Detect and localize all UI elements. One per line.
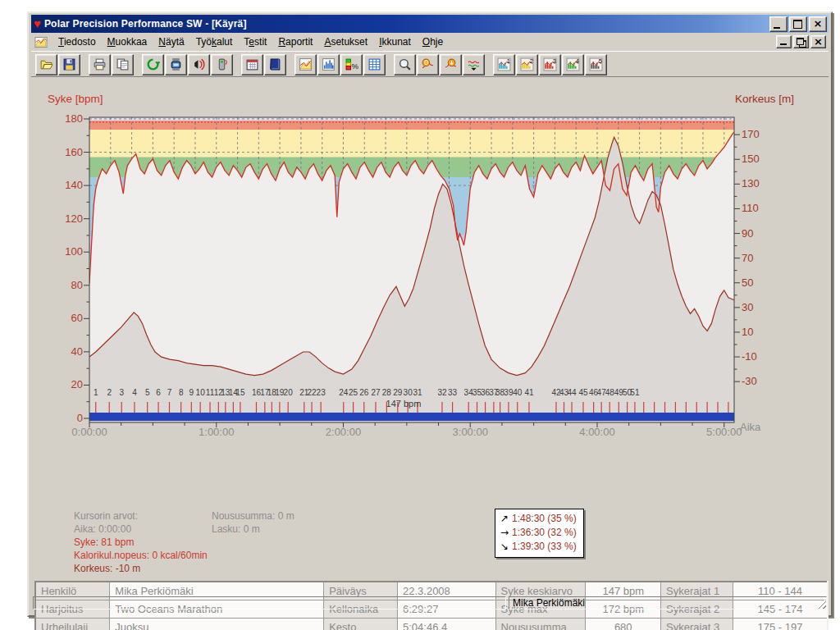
lap-number: 32 bbox=[437, 388, 447, 397]
x-tick-label: 0:00:00 bbox=[71, 426, 107, 438]
lap-number: 6 bbox=[156, 388, 161, 397]
selection-bar[interactable] bbox=[89, 413, 734, 421]
diary-button[interactable] bbox=[264, 54, 286, 75]
calendar-button[interactable] bbox=[241, 54, 263, 75]
left-tick-label: 160 bbox=[65, 146, 83, 158]
lap-number: 15 bbox=[235, 388, 245, 397]
lap-number: 28 bbox=[382, 388, 392, 397]
cursor-info-line: Kalorikul.nopeus: 0 kcal/60min bbox=[74, 549, 208, 562]
x-tick-label: 2:00:00 bbox=[326, 426, 361, 438]
selection-info-button[interactable] bbox=[440, 54, 462, 75]
cursor-info-line: Lasku: 0 m bbox=[212, 523, 294, 536]
left-tick-label: 180 bbox=[65, 112, 83, 125]
menu-muokkaa[interactable]: Muokkaa bbox=[102, 34, 153, 50]
right-tick-label: 110 bbox=[742, 202, 759, 214]
chart-2-button[interactable]: 2 bbox=[516, 54, 538, 75]
remote-icon bbox=[215, 57, 229, 71]
menu-tykalut[interactable]: Työkalut bbox=[190, 34, 239, 50]
mdi-close-button[interactable]: × bbox=[810, 35, 826, 48]
x-axis-title: Aika bbox=[740, 421, 761, 433]
lap-number: 51 bbox=[630, 388, 640, 397]
copy-button[interactable] bbox=[112, 54, 134, 75]
gradient-time-tooltip: ↗1:48:30 (35 %)→1:36:30 (32 %)↘1:39:30 (… bbox=[495, 509, 584, 558]
chart-1-button[interactable]: 1 bbox=[493, 54, 515, 75]
save-button[interactable] bbox=[58, 54, 80, 75]
menu-asetukset[interactable]: Asetukset bbox=[318, 34, 373, 50]
mdi-minimize-button[interactable] bbox=[776, 35, 792, 48]
cursor-info-line: Aika: 0:00:00 bbox=[74, 523, 208, 536]
zoom-tool-button[interactable] bbox=[394, 54, 416, 75]
svg-text:2: 2 bbox=[530, 57, 533, 65]
table-label-cell: Sykerajat 3 bbox=[661, 619, 733, 630]
right-tick-label: 90 bbox=[742, 227, 753, 240]
zone-percent-view-icon: % bbox=[345, 57, 358, 71]
plot-area[interactable]: 1234567891011121314151617181920212223242… bbox=[89, 117, 734, 421]
diary-icon bbox=[268, 57, 282, 71]
cursor-info-line: Korkeus: -10 m bbox=[74, 562, 208, 575]
status-bar: Mika Perkiömäki bbox=[32, 596, 828, 611]
svg-text:5: 5 bbox=[599, 57, 602, 65]
table-value-cell: 680 bbox=[586, 619, 661, 630]
menu-testit[interactable]: Testit bbox=[238, 34, 272, 50]
lap-number: 27 bbox=[371, 388, 381, 397]
lap-number: 29 bbox=[393, 388, 403, 397]
lap-number: 2 bbox=[107, 388, 112, 397]
menu-ikkunat[interactable]: Ikkunat bbox=[373, 34, 417, 50]
right-axis-title: Korkeus [m] bbox=[735, 93, 794, 105]
x-tick-label: 4:00:00 bbox=[579, 426, 614, 438]
window-close-button[interactable]: × bbox=[809, 16, 827, 32]
zoom-tool-icon bbox=[398, 57, 412, 71]
menu-tiedosto[interactable]: Tiedosto bbox=[52, 34, 102, 50]
zone-percent-view-button[interactable]: % bbox=[340, 54, 363, 75]
svg-text:4: 4 bbox=[576, 57, 579, 65]
table-value-cell: 5:04:46.4 bbox=[398, 619, 496, 630]
cursor-info-line: Syke: 81 bpm bbox=[74, 536, 208, 549]
app-window: ♥ Polar Precision Performance SW - [Käyr… bbox=[27, 11, 833, 617]
print-button[interactable] bbox=[89, 54, 111, 75]
window-maximize-button[interactable] bbox=[789, 16, 807, 32]
remote-button[interactable] bbox=[211, 54, 233, 75]
title-bar: ♥ Polar Precision Performance SW - [Käyr… bbox=[31, 15, 829, 33]
time-info-button[interactable]: 0 bbox=[417, 54, 439, 75]
lap-number: 40 bbox=[513, 388, 523, 397]
area-chart-view-button[interactable] bbox=[294, 54, 317, 75]
menu-raportit[interactable]: Raportit bbox=[272, 34, 318, 50]
right-tick-label: -10 bbox=[742, 350, 757, 363]
table-value-cell: Juoksu bbox=[110, 619, 324, 630]
lap-number: 41 bbox=[524, 388, 534, 397]
grid-view-button[interactable] bbox=[363, 54, 386, 75]
lap-number: 44 bbox=[567, 388, 577, 397]
curve-select-button[interactable] bbox=[463, 54, 485, 75]
open-file-icon bbox=[39, 57, 53, 71]
arrow-right-icon: → bbox=[500, 526, 512, 540]
print-icon bbox=[93, 57, 107, 71]
chart-4-button[interactable]: 4 bbox=[562, 54, 584, 75]
training-curve-chart[interactable]: 1234567891011121314151617181920212223242… bbox=[31, 78, 829, 518]
left-tick-label: 120 bbox=[65, 212, 83, 225]
open-file-button[interactable] bbox=[35, 54, 57, 75]
left-tick-label: 80 bbox=[71, 279, 83, 291]
chart-5-button[interactable]: 5 bbox=[585, 54, 607, 75]
chart-3-icon: 3 bbox=[543, 57, 557, 71]
menu-ohje[interactable]: Ohje bbox=[417, 34, 449, 50]
window-minimize-button[interactable] bbox=[769, 16, 788, 32]
infrared-button[interactable] bbox=[188, 54, 210, 75]
menu-nyt[interactable]: Näytä bbox=[153, 34, 189, 50]
bar-chart-view-button[interactable] bbox=[317, 54, 340, 75]
mdi-restore-button[interactable] bbox=[793, 35, 809, 48]
chart-3-button[interactable]: 3 bbox=[539, 54, 561, 75]
status-user-name: Mika Perkiömäki bbox=[513, 597, 585, 609]
lap-number: 25 bbox=[349, 388, 358, 397]
lap-number: 20 bbox=[284, 388, 294, 397]
status-right-panel: Mika Perkiömäki bbox=[509, 596, 827, 609]
copy-icon bbox=[116, 57, 130, 71]
svg-text:1: 1 bbox=[507, 57, 510, 65]
right-tick-label: 170 bbox=[742, 128, 760, 140]
lap-number: 31 bbox=[413, 388, 422, 397]
left-tick-label: 0 bbox=[77, 412, 83, 424]
cursor-values: Kursorin arvot:Aika: 0:00:00Syke: 81 bpm… bbox=[74, 509, 208, 575]
receive-device-button[interactable] bbox=[165, 54, 187, 75]
resize-grip[interactable] bbox=[815, 598, 826, 609]
right-tick-label: 70 bbox=[742, 252, 753, 264]
sync-monitor-button[interactable] bbox=[142, 54, 164, 75]
